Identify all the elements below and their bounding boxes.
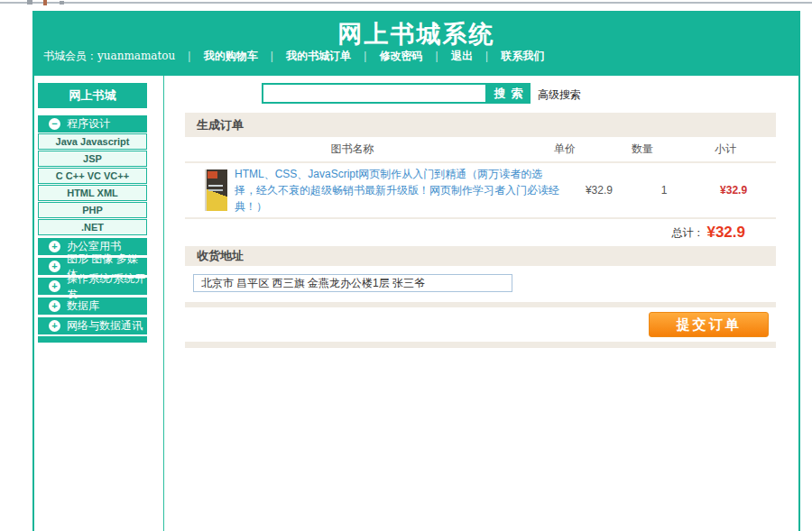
expand-plus-icon: + xyxy=(49,320,60,332)
address-section-title: 收货地址 xyxy=(185,246,776,266)
address-row xyxy=(185,266,776,302)
column-header-unit-price: 单价 xyxy=(520,137,610,161)
sidebar-item-dotnet[interactable]: .NET xyxy=(38,219,147,235)
search-button[interactable]: 搜 索 xyxy=(487,83,531,104)
sidebar-category-network[interactable]: + 网络与数据通讯 xyxy=(38,317,147,334)
member-label: 书城会员： xyxy=(43,50,97,62)
nav-separator: ｜ xyxy=(360,50,371,62)
nav-cart-link[interactable]: 我的购物车 xyxy=(204,50,258,62)
nav-separator: ｜ xyxy=(184,50,195,62)
page-frame-right xyxy=(798,11,800,531)
order-item-row: HTML、CSS、JavaScript网页制作从入门到精通（两万读者的选择，经久… xyxy=(185,163,776,217)
sidebar-title: 网上书城 xyxy=(38,83,147,108)
screen-artifact xyxy=(60,1,64,5)
screen-artifact xyxy=(27,0,32,5)
book-title-link[interactable]: HTML、CSS、JavaScript网页制作从入门到精通（两万读者的选择，经久… xyxy=(235,166,561,215)
expand-plus-icon: + xyxy=(49,261,60,272)
sidebar-item-html-xml[interactable]: HTML XML xyxy=(38,185,147,201)
category-label: 网络与数据通讯 xyxy=(67,318,143,334)
sidebar-category-os-development[interactable]: + 操作系统/系统开发 xyxy=(38,278,147,295)
order-table-header: 图书名称 单价 数量 小计 xyxy=(185,137,776,161)
sidebar-item-php[interactable]: PHP xyxy=(38,202,147,218)
expand-plus-icon: + xyxy=(49,241,60,252)
order-section-title: 生成订单 xyxy=(185,113,776,137)
member-nav: 书城会员：yuanmamatou ｜ 我的购物车 ｜ 我的书城订单 ｜ 修改密码… xyxy=(43,49,544,64)
sidebar-item-jsp[interactable]: JSP xyxy=(38,151,147,167)
category-label: 程序设计 xyxy=(67,116,110,132)
expand-plus-icon: + xyxy=(49,280,60,292)
subtotal-value: ¥32.9 xyxy=(691,184,776,197)
category-label: 数据库 xyxy=(67,298,99,314)
nav-separator: ｜ xyxy=(266,50,277,62)
member-name: yuanmamatou xyxy=(97,50,175,62)
total-value: ¥32.9 xyxy=(706,224,745,242)
category-label: 操作系统/系统开发 xyxy=(67,271,147,302)
column-header-quantity: 数量 xyxy=(610,137,675,161)
total-label: 总计： xyxy=(671,225,704,241)
nav-password-link[interactable]: 修改密码 xyxy=(380,50,423,62)
page-title: 网上书城系统 xyxy=(32,18,800,50)
order-total-row: 总计： ¥32.9 xyxy=(185,219,776,246)
nav-orders-link[interactable]: 我的书城订单 xyxy=(286,50,351,62)
sidebar-category-programming[interactable]: − 程序设计 xyxy=(38,115,147,133)
expand-plus-icon: + xyxy=(49,300,60,312)
header-band: 网上书城系统 书城会员：yuanmamatou ｜ 我的购物车 ｜ 我的书城订单… xyxy=(32,11,800,76)
nav-contact-link[interactable]: 联系我们 xyxy=(501,50,544,62)
search-input[interactable] xyxy=(262,83,487,104)
book-name-cell: HTML、CSS、JavaScript网页制作从入门到精通（两万读者的选择，经久… xyxy=(185,163,561,217)
book-thumbnail xyxy=(205,169,227,211)
column-header-subtotal: 小计 xyxy=(675,137,776,161)
page-frame-left xyxy=(32,11,34,531)
sidebar-footer-strip xyxy=(38,336,147,343)
advanced-search-link[interactable]: 高级搜索 xyxy=(538,87,581,103)
sidebar-item-c-cpp[interactable]: C C++ VC VC++ xyxy=(38,168,147,184)
nav-separator: ｜ xyxy=(482,50,493,62)
category-sidebar: 网上书城 − 程序设计 Java Javascript JSP C C++ VC… xyxy=(38,83,147,343)
content-divider xyxy=(163,76,164,531)
screen-artifact xyxy=(43,0,47,5)
nav-logout-link[interactable]: 退出 xyxy=(451,50,473,62)
order-panel: 生成订单 图书名称 单价 数量 小计 HTML、CSS、JavaScript网页… xyxy=(185,113,776,348)
browser-edge-artifact xyxy=(0,2,812,4)
column-header-book-name: 图书名称 xyxy=(185,137,520,161)
submit-order-button[interactable]: 提交订单 xyxy=(649,312,769,337)
address-input[interactable] xyxy=(193,274,512,292)
nav-separator: ｜ xyxy=(431,50,442,62)
sidebar-item-java-javascript[interactable]: Java Javascript xyxy=(38,133,147,150)
bookstore-page: 网上书城系统 书城会员：yuanmamatou ｜ 我的购物车 ｜ 我的书城订单… xyxy=(0,0,812,531)
submit-row: 提交订单 xyxy=(185,307,776,342)
unit-price-value: ¥32.9 xyxy=(561,184,637,197)
collapse-minus-icon: − xyxy=(49,118,60,130)
quantity-value: 1 xyxy=(637,184,691,197)
